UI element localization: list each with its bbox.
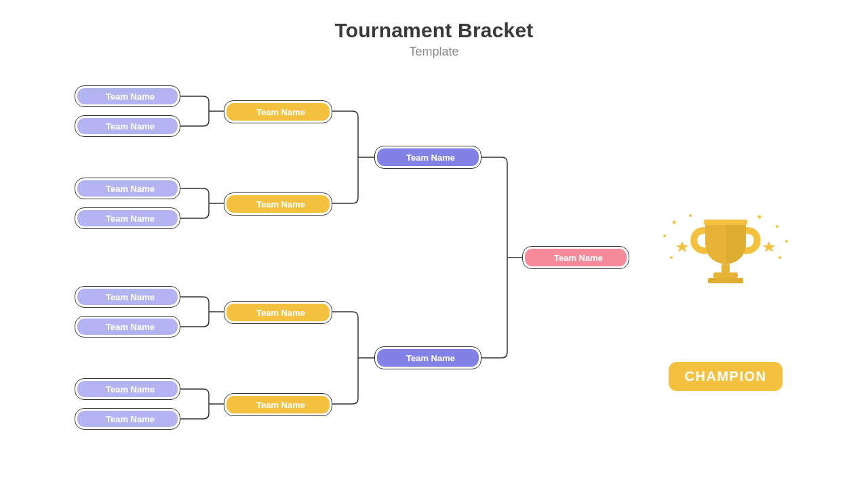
svg-marker-8: [676, 241, 688, 252]
team-label: Team Name: [256, 199, 305, 209]
r1-team-5: Team Name: [75, 286, 180, 308]
r1-team-2: Team Name: [75, 115, 180, 137]
page-title: Tournament Bracket: [0, 19, 868, 42]
team-label: Team Name: [406, 353, 455, 363]
team-label: Team Name: [256, 400, 305, 410]
svg-point-0: [663, 235, 666, 237]
svg-point-7: [778, 256, 781, 259]
svg-rect-12: [713, 272, 738, 278]
svg-point-1: [673, 221, 676, 224]
team-label: Team Name: [106, 322, 155, 332]
team-label: Team Name: [106, 184, 155, 194]
team-label: Team Name: [106, 214, 155, 224]
slide-canvas: Tournament Bracket Template Team Name Te…: [0, 0, 868, 488]
team-label: Team Name: [256, 308, 305, 318]
r2-team-2: Team Name: [224, 192, 332, 216]
svg-rect-11: [722, 264, 730, 272]
r3-team-2: Team Name: [374, 346, 481, 369]
r1-team-3: Team Name: [75, 178, 180, 199]
r1-team-4: Team Name: [75, 207, 180, 229]
champion-block: CHAMPION: [651, 210, 800, 391]
team-label: Team Name: [256, 107, 305, 117]
page-subtitle: Template: [0, 45, 868, 59]
svg-marker-9: [763, 241, 775, 252]
title-block: Tournament Bracket Template: [0, 19, 868, 59]
svg-rect-13: [708, 278, 743, 283]
svg-point-6: [670, 256, 673, 259]
team-label: Team Name: [106, 92, 155, 102]
r2-team-3: Team Name: [224, 301, 332, 324]
team-label: Team Name: [406, 152, 455, 163]
r2-team-4: Team Name: [224, 393, 332, 416]
team-label: Team Name: [106, 384, 155, 394]
svg-point-4: [776, 225, 778, 228]
final-team: Team Name: [522, 246, 629, 269]
r2-team-1: Team Name: [224, 100, 332, 123]
champion-badge: CHAMPION: [669, 362, 783, 391]
team-label: Team Name: [554, 253, 603, 263]
team-label: Team Name: [106, 292, 155, 302]
r1-team-6: Team Name: [75, 316, 180, 338]
svg-point-5: [785, 240, 788, 243]
svg-rect-10: [704, 220, 747, 225]
team-label: Team Name: [106, 121, 155, 131]
r1-team-1: Team Name: [75, 85, 180, 107]
r3-team-1: Team Name: [374, 146, 481, 169]
team-label: Team Name: [106, 414, 155, 424]
r1-team-7: Team Name: [75, 378, 180, 400]
svg-point-2: [689, 214, 692, 217]
svg-point-3: [758, 216, 762, 219]
r1-team-8: Team Name: [75, 408, 180, 430]
trophy-icon: [651, 210, 800, 285]
